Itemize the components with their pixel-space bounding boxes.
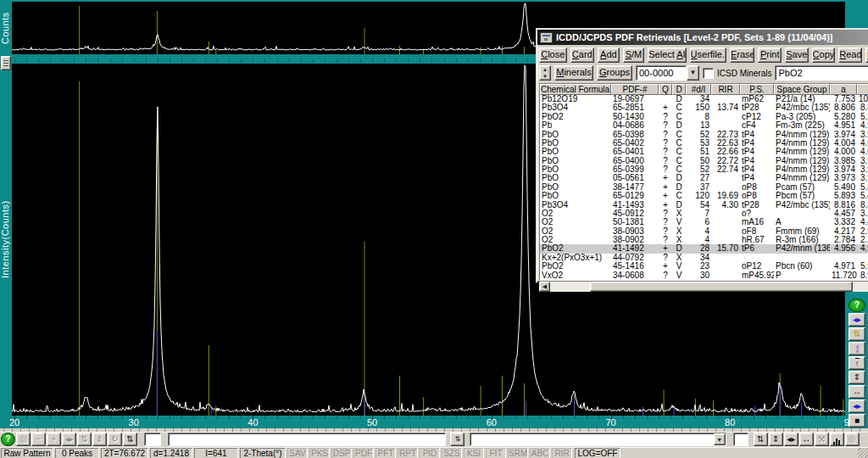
column-header-space-group[interactable]: Space Group: [774, 84, 830, 95]
status-toggle-rir[interactable]: RIR: [552, 448, 572, 458]
dialog-button-print[interactable]: Print: [758, 47, 782, 63]
groups-button[interactable]: Groups: [597, 65, 632, 81]
page-up-icon[interactable]: ∧∧: [849, 342, 865, 355]
peak-tool-icon[interactable]: ⚒: [815, 433, 829, 446]
expand-horizontal-icon[interactable]: ↔: [849, 385, 865, 399]
overlay-swatch-field[interactable]: [144, 433, 161, 446]
status-toggle-pdf[interactable]: PDF: [353, 448, 374, 458]
rescale-y-icon[interactable]: ⇅: [849, 327, 865, 341]
column-header-rir[interactable]: RIR: [711, 84, 740, 95]
stop-icon[interactable]: ■: [849, 414, 865, 427]
table-row[interactable]: PbO05-0561+D27tP4P4/nmm (129)3.9733.9735…: [540, 174, 868, 182]
pdf-number-combobox[interactable]: 00-0000 ▼: [636, 65, 699, 81]
table-row[interactable]: PbO65-0129+C12019.69oP8Pbcm (57)5.8935.4…: [540, 192, 868, 200]
record-spinner[interactable]: ▲▼: [539, 65, 551, 81]
scroll-top-icon[interactable]: ↑: [849, 356, 865, 370]
column-header-q[interactable]: Q: [659, 84, 672, 95]
expand-horizontal-icon[interactable]: ↔: [799, 433, 814, 446]
table-header-row[interactable]: Chemical FormulaPDF-#QD#d/IRIRP.S.Space …: [540, 84, 868, 95]
table-row[interactable]: PbO250-1430?C8cP12Pa-3 (205)5.2805.2805.…: [540, 113, 868, 121]
dialog-button-sm[interactable]: S/M: [623, 47, 645, 63]
table-row[interactable]: PbO65-0399?C5222.74tP4P4/nmm (129)3.9743…: [540, 165, 868, 174]
table-row[interactable]: O238-0903?X4oF8Fmmm (69)4.2172.9496.66: [540, 227, 868, 236]
record-icon[interactable]: ◎: [845, 433, 860, 446]
table-row[interactable]: Pb3O465-2851+C15013.74tP28P42/mbc (135)8…: [540, 103, 868, 112]
table-row[interactable]: Kx+2(PxO3x+1)44-0792?X34: [540, 254, 868, 262]
dialog-button-erase[interactable]: Erase: [730, 47, 755, 63]
table-row[interactable]: PbO245-1416+V23oP12Pbcn (60)4.9715.9565.…: [540, 262, 868, 271]
column-header-chemical-formula[interactable]: Chemical Formula: [540, 84, 611, 95]
scrollbar-thumb[interactable]: [590, 282, 853, 292]
table-row[interactable]: Pb12O1919-0697D34mP62P21/a (14)7.75310.8…: [540, 95, 868, 103]
combo-dropdown-icon[interactable]: ▼: [714, 433, 726, 445]
fit-vertical-icon[interactable]: ⇕: [92, 433, 107, 446]
help-icon[interactable]: ?: [1, 433, 15, 446]
spin-updown-icon[interactable]: ⇅: [123, 433, 137, 446]
status-toggle-fit[interactable]: FIT: [486, 448, 506, 458]
table-body[interactable]: Pb12O1919-0697D34mP62P21/a (14)7.75310.8…: [540, 95, 868, 280]
table-row[interactable]: PbO65-0400?C5022.72tP4P4/nmm (129)3.9853…: [540, 157, 868, 165]
table-row[interactable]: PbO38-1477+D37oP8Pcam (57)5.4905.8924.75: [540, 183, 868, 192]
dialog-button-add[interactable]: Add: [598, 47, 620, 63]
status-toggle-pft[interactable]: PFT: [376, 448, 396, 458]
status-toggle-log[interactable]: LOG=OFF: [575, 448, 620, 458]
split-horizontal-icon[interactable]: ◂▸: [849, 399, 865, 413]
zoom-out-icon[interactable]: −: [31, 433, 46, 446]
overlay-file-field[interactable]: [168, 433, 446, 446]
dialog-button-select-all[interactable]: Select All: [648, 47, 686, 63]
status-toggle-abc[interactable]: ABC: [530, 448, 550, 458]
icsd-minerals-checkbox[interactable]: [703, 68, 714, 79]
minerals-button[interactable]: Minerals: [554, 65, 593, 81]
table-row[interactable]: Pb3O441-1493+D544.30tP28P42/mbc (135)8.8…: [540, 201, 868, 209]
dialog-titlebar[interactable]: ICDD/JCPDS PDF Retrievals [Level-2 PDF, …: [537, 30, 868, 45]
table-row[interactable]: PbO65-0401?C5122.66tP4P4/nmm (129)4.0004…: [540, 148, 868, 156]
status-toggle-srm[interactable]: SRM: [508, 448, 528, 458]
pan-horizontal-icon[interactable]: ◂▸: [784, 433, 798, 446]
spin-updown-icon[interactable]: ⇅: [754, 433, 768, 446]
zoom-in-icon[interactable]: +: [47, 433, 61, 446]
stop-icon[interactable]: ◎: [16, 433, 31, 446]
table-row[interactable]: PbO241-1492+D2815.70tP6P42/mnm (136)4.95…: [540, 244, 868, 253]
expand-vertical-icon[interactable]: ⇕: [849, 371, 865, 384]
dialog-button-userfile[interactable]: Userfile...: [690, 47, 726, 63]
scroll-left-icon[interactable]: ◀: [539, 282, 550, 292]
table-row[interactable]: VxO234-0608?V30mP45.92P11.7208.9605.37: [540, 271, 868, 280]
dialog-button-copy[interactable]: Copy: [812, 47, 836, 63]
column-header-ps[interactable]: P.S.: [740, 84, 774, 95]
zoom-value-field[interactable]: [733, 433, 748, 446]
fit-vertical-icon[interactable]: ⇕: [769, 433, 783, 446]
dialog-button-read[interactable]: Read: [838, 47, 862, 63]
column-header-pdf-#[interactable]: PDF-#: [611, 84, 659, 95]
dialog-button-save[interactable]: Save: [785, 47, 809, 63]
status-toggle-dsp[interactable]: DSP: [331, 448, 352, 458]
histogram-icon[interactable]: [830, 433, 844, 446]
help-icon[interactable]: ?: [849, 299, 865, 312]
file-combobox[interactable]: ▼: [470, 433, 726, 446]
pan-horizontal-icon[interactable]: ◂▸: [849, 313, 865, 327]
column-header-b[interactable]: b: [857, 84, 868, 95]
spin-vertical-icon[interactable]: ⇅: [77, 433, 92, 446]
column-header-d[interactable]: D: [672, 84, 686, 95]
status-toggle-sav[interactable]: SAV: [287, 448, 308, 458]
status-toggle-szs[interactable]: SZS: [442, 448, 462, 458]
refresh-icon[interactable]: ↻: [108, 433, 122, 446]
table-row[interactable]: O238-0902?X4hR.67R-3m (166)2.7842.78410.…: [540, 236, 868, 244]
table-row[interactable]: O245-0912?X7o?4.4573.3235.07: [540, 209, 868, 218]
table-row[interactable]: Pb04-0686?D13cF4Fm-3m (225)4.9514.9514.9…: [540, 121, 868, 130]
table-row[interactable]: PbO65-0398?C5222.73tP4P4/nmm (129)3.9743…: [540, 131, 868, 139]
pan-horizontal-icon[interactable]: ◂▸: [62, 433, 76, 446]
dialog-button-close[interactable]: Close: [539, 47, 567, 63]
column-header-#di[interactable]: #d/I: [686, 84, 711, 95]
resize-grip[interactable]: [858, 448, 868, 458]
status-toggle-pks[interactable]: PKS: [309, 448, 330, 458]
dialog-button-card[interactable]: Card: [570, 47, 595, 63]
field-spinner[interactable]: ⇅: [450, 433, 465, 446]
table-h-scrollbar[interactable]: ◀: [539, 282, 868, 292]
column-header-a[interactable]: a: [830, 84, 857, 95]
status-toggle-ksi[interactable]: KSI: [464, 448, 484, 458]
status-toggle-pid[interactable]: PID: [420, 448, 440, 458]
status-toggle-rpt[interactable]: RPT: [398, 448, 418, 458]
table-row[interactable]: PbO65-0402?C5322.63tP4P4/nmm (129)4.0044…: [540, 139, 868, 148]
combo-dropdown-icon[interactable]: ▼: [687, 65, 699, 81]
formula-search-input[interactable]: PbO2: [775, 65, 868, 81]
